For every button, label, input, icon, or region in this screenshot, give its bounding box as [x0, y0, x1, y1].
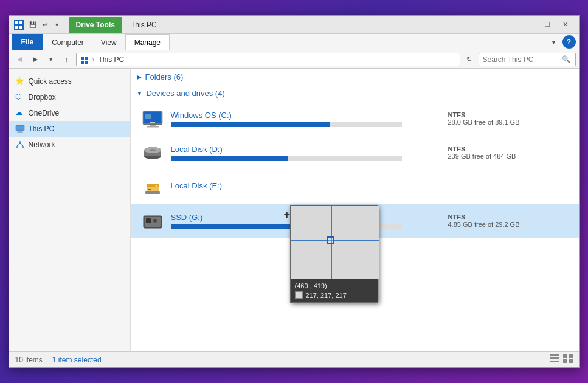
svg-rect-43	[569, 359, 573, 363]
statusbar-selected-count: 1 item selected	[52, 356, 102, 364]
sidebar-item-this-pc[interactable]: This PC	[9, 121, 130, 137]
drive-item-d[interactable]: Local Disk (D:) NTFS 239 GB free of 484 …	[131, 136, 579, 170]
drive-tools-tab: Drive Tools	[69, 17, 122, 33]
svg-rect-42	[563, 359, 567, 363]
drive-icon-c	[140, 106, 165, 131]
tab-view[interactable]: View	[92, 34, 125, 50]
view-details-button[interactable]	[549, 354, 560, 365]
drive-icon-g	[140, 209, 165, 233]
qa-undo-btn[interactable]: ↩	[40, 19, 50, 30]
svg-rect-7	[85, 61, 88, 64]
statusbar-right	[549, 354, 573, 365]
ribbon-tabs: File Computer View Manage ▾ ?	[9, 34, 579, 50]
nav-forward-button[interactable]: ▶	[29, 53, 42, 66]
popup-canvas	[291, 206, 379, 279]
window-icon	[14, 20, 24, 30]
drive-meta-c: NTFS 28.0 GB free of 89.1 GB	[448, 111, 570, 126]
search-icon: 🔍	[562, 55, 570, 63]
sidebar-item-network[interactable]: Network	[9, 137, 130, 153]
drive-space-c: 28.0 GB free of 89.1 GB	[448, 119, 570, 126]
sidebar-item-label: OneDrive	[29, 109, 60, 117]
folders-section-label: Folders (6)	[145, 72, 184, 81]
qa-dropdown-btn[interactable]: ▾	[52, 19, 63, 30]
devices-section-label: Devices and drives (4)	[146, 89, 224, 98]
drive-name-c: Windows OS (C:)	[171, 111, 442, 120]
svg-rect-9	[18, 131, 22, 132]
address-this-pc: This PC	[99, 55, 125, 64]
drive-item-e[interactable]: Local Disk (E:)	[131, 170, 579, 204]
qa-save-btn[interactable]: 💾	[27, 19, 38, 30]
minimize-button[interactable]: —	[520, 16, 538, 34]
drive-space-d: 239 GB free of 484 GB	[448, 153, 570, 160]
quick-access-icon: ⭐	[15, 77, 25, 86]
sidebar-item-onedrive[interactable]: ☁ OneDrive	[9, 105, 130, 121]
help-button[interactable]: ?	[562, 35, 576, 49]
network-icon	[15, 140, 25, 150]
svg-rect-2	[15, 26, 18, 29]
devices-section-header[interactable]: ▼ Devices and drives (4)	[131, 85, 579, 102]
svg-rect-21	[150, 122, 155, 123]
sidebar: ⭐ Quick access ⬡ Dropbox ☁ OneDrive This…	[9, 69, 131, 351]
quick-access-toolbar: 💾 ↩ ▾	[27, 19, 63, 30]
drive-item-c[interactable]: Windows OS (C:) NTFS 28.0 GB free of 89.…	[131, 102, 579, 136]
svg-point-11	[19, 141, 21, 143]
svg-rect-6	[81, 61, 84, 64]
window-title: This PC	[131, 21, 157, 29]
folders-section-header[interactable]: ▶ Folders (6)	[131, 69, 579, 85]
drive-info-d: Local Disk (D:)	[171, 145, 442, 161]
nav-up-button[interactable]: ↑	[60, 53, 74, 66]
nav-back-button[interactable]: ◀	[13, 53, 26, 66]
address-path-separator: ›	[92, 55, 95, 64]
view-tiles-button[interactable]	[562, 354, 573, 365]
svg-point-26	[150, 149, 156, 151]
close-button[interactable]: ✕	[556, 16, 575, 34]
drive-fs-c: NTFS	[448, 111, 570, 119]
statusbar-left: 10 items 1 item selected	[15, 356, 102, 364]
tab-file[interactable]: File	[12, 34, 44, 50]
devices-chevron: ▼	[137, 90, 143, 97]
svg-point-29	[155, 185, 157, 187]
address-path[interactable]: › This PC	[76, 53, 460, 66]
nav-dropdown-button[interactable]: ▾	[44, 53, 58, 66]
drive-fs-d: NTFS	[448, 145, 570, 153]
sidebar-item-label: Network	[29, 140, 55, 149]
sidebar-item-label: Dropbox	[29, 93, 56, 102]
statusbar: 10 items 1 item selected	[9, 351, 579, 367]
svg-rect-5	[85, 57, 88, 60]
drive-bar-c	[171, 122, 402, 127]
tab-computer[interactable]: Computer	[43, 34, 92, 50]
drive-space-g: 4.85 GB free of 29.2 GB	[448, 221, 570, 228]
main-area: ⭐ Quick access ⬡ Dropbox ☁ OneDrive This…	[9, 69, 579, 351]
color-picker-popup: (460 , 419) 217, 217, 217	[290, 205, 378, 303]
svg-rect-1	[19, 21, 22, 24]
ribbon-right: ▾ ?	[548, 34, 579, 50]
window-controls: — ☐ ✕	[520, 16, 575, 34]
sidebar-item-dropbox[interactable]: ⬡ Dropbox	[9, 89, 130, 105]
titlebar-left: 💾 ↩ ▾ Drive Tools This PC	[9, 17, 157, 33]
svg-rect-41	[569, 354, 573, 358]
search-input[interactable]	[483, 55, 562, 64]
drive-info-c: Windows OS (C:)	[171, 111, 442, 127]
tab-manage[interactable]: Manage	[125, 34, 170, 50]
drive-bar-fill-d	[171, 156, 289, 161]
drive-name-d: Local Disk (D:)	[171, 145, 442, 154]
drive-icon-d	[140, 140, 165, 165]
crosshair-horizontal	[291, 240, 379, 241]
ribbon-expand-btn[interactable]: ▾	[548, 36, 560, 48]
drive-meta-g: NTFS 4.85 GB free of 29.2 GB	[448, 213, 570, 228]
file-explorer-window: 💾 ↩ ▾ Drive Tools This PC — ☐ ✕ File Com…	[9, 15, 580, 368]
drive-fs-g: NTFS	[448, 213, 570, 221]
maximize-button[interactable]: ☐	[538, 16, 556, 34]
svg-rect-4	[81, 57, 84, 60]
crosshair-center	[327, 236, 334, 244]
ribbon: File Computer View Manage ▾ ?	[9, 34, 579, 50]
nav-refresh-button[interactable]: ↻	[463, 53, 476, 66]
popup-color-swatch	[295, 291, 303, 299]
popup-container: (460 , 419) 217, 217, 217	[290, 205, 378, 303]
cursor-plus-icon: +	[284, 209, 291, 221]
drive-meta-d: NTFS 239 GB free of 484 GB	[448, 145, 570, 160]
folders-chevron: ▶	[137, 74, 142, 80]
sidebar-item-quick-access[interactable]: ⭐ Quick access	[9, 74, 130, 89]
svg-rect-8	[16, 125, 24, 131]
titlebar: 💾 ↩ ▾ Drive Tools This PC — ☐ ✕	[9, 16, 579, 34]
